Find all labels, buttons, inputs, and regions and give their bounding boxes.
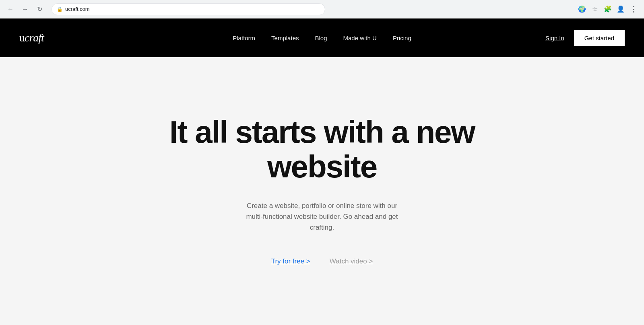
nav-links: Platform Templates Blog Made with U Pric… [233,35,411,41]
url-text: ucraft.com [65,6,320,12]
logo[interactable]: ucraft [19,31,44,44]
hero-cta: Try for free > Watch video > [271,257,373,265]
nav-platform[interactable]: Platform [233,35,255,41]
extension-icon[interactable]: 🧩 [602,4,613,15]
lock-icon: 🔒 [57,6,63,12]
nav-templates[interactable]: Templates [271,35,299,41]
account-icon[interactable]: 👤 [615,4,626,15]
menu-icon[interactable]: ⋮ [628,4,639,15]
try-free-button[interactable]: Try for free > [271,257,310,265]
address-bar[interactable]: 🔒 ucraft.com [52,3,325,15]
star-icon[interactable]: ☆ [589,4,601,15]
hero-title: It all starts with a new website [165,115,479,184]
navbar: ucraft Platform Templates Blog Made with… [0,19,644,57]
nav-made-with-u[interactable]: Made with U [343,35,377,41]
nav-actions: Sign In Get started [545,30,625,46]
hero-subtitle: Create a website, portfolio or online st… [237,200,407,233]
watch-video-button[interactable]: Watch video > [330,257,373,265]
back-button[interactable]: ← [5,4,16,15]
translate-icon[interactable]: 🌍 [576,4,588,15]
refresh-button[interactable]: ↻ [34,4,45,15]
get-started-button[interactable]: Get started [574,30,625,46]
browser-chrome: ← → ↻ 🔒 ucraft.com 🌍 ☆ 🧩 👤 ⋮ [0,0,644,19]
forward-button[interactable]: → [19,4,31,15]
sign-in-button[interactable]: Sign In [545,35,564,41]
nav-blog[interactable]: Blog [315,35,327,41]
browser-actions: 🌍 ☆ 🧩 👤 ⋮ [576,4,639,15]
nav-pricing[interactable]: Pricing [393,35,411,41]
hero-section: It all starts with a new website Create … [0,57,644,323]
